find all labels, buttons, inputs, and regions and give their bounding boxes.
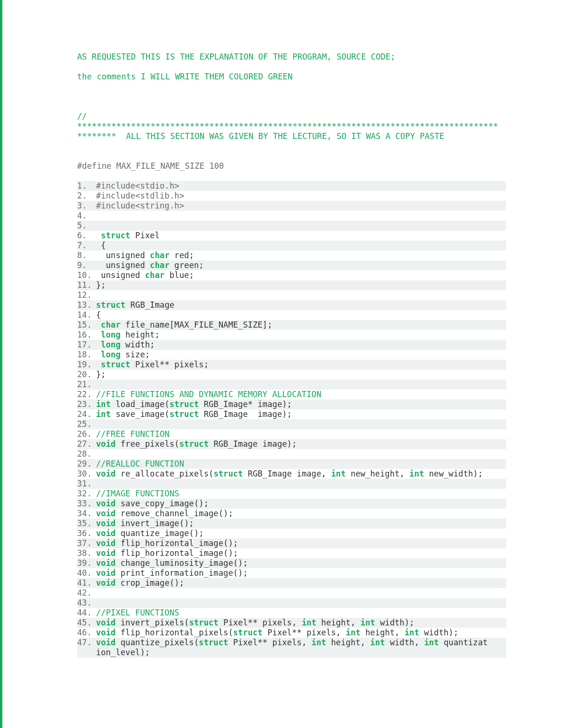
code-content: void crop_image(); [96,578,506,588]
line-number: 37. [77,538,96,548]
code-content [96,211,506,221]
line-number: 44. [77,608,96,618]
code-content: void remove_channel_image(); [96,509,506,519]
code-line-8: 8. unsigned char red; [77,251,506,260]
code-content: unsigned char red; [96,251,506,260]
code-line-11: 11.}; [77,280,506,290]
code-line-46: 46.void flip_horizontal_pixels(struct Pi… [77,628,506,638]
code-content: void flip_horizontal_image(); [96,538,506,548]
code-line-36: 36.void quantize_image(); [77,529,506,538]
code-content: //IMAGE FUNCTIONS [96,489,506,499]
code-line-30: 30.void re_allocate_pixels(struct RGB_Im… [77,469,506,479]
code-line-18: 18. long size; [77,350,506,360]
line-number: 45. [77,618,96,628]
code-line-3: 3. #include<string.h> [77,201,506,211]
line-number: 22. [77,390,96,399]
code-line-45: 45.void invert_pixels(struct Pixel** pix… [77,618,506,628]
code-content [96,598,506,608]
code-content: #include<stdio.h> [96,181,506,191]
code-content: { [96,310,506,320]
code-content: }; [96,280,506,290]
code-line-13: 13.struct RGB_Image [77,300,506,310]
line-number: 29. [77,459,96,469]
code-content: long size; [96,350,506,360]
code-content: unsigned char blue; [96,270,506,280]
code-line-12: 12. [77,290,506,300]
line-number: 17. [77,340,96,350]
line-number: 27. [77,439,96,449]
line-number: 34. [77,509,96,519]
line-number: 33. [77,499,96,509]
code-line-47-continuation: ion_level); [77,648,506,658]
line-number: 7. [77,241,96,251]
code-content: struct RGB_Image [96,300,506,310]
code-line-6: 6. struct Pixel [77,231,506,241]
line-number: 21. [77,380,96,390]
line-number: 25. [77,419,96,429]
code-line-16: 16. long height; [77,330,506,340]
code-line-14: 14.{ [77,310,506,320]
line-number: 28. [77,449,96,459]
line-number: 31. [77,479,96,489]
code-line-26: 26.//FREE FUNCTION [77,429,506,439]
code-content [96,221,506,231]
code-line-10: 10. unsigned char blue; [77,270,506,280]
line-number: 20. [77,370,96,380]
code-line-41: 41.void crop_image(); [77,578,506,588]
code-line-27: 27.void free_pixels(struct RGB_Image ima… [77,439,506,449]
code-line-17: 17. long width; [77,340,506,350]
code-line-32: 32.//IMAGE FUNCTIONS [77,489,506,499]
line-number: 15. [77,320,96,330]
separator-slashes: // [77,112,506,121]
code-line-40: 40.void print_information_image(); [77,568,506,578]
code-content: //PIXEL FUNCTIONS [96,608,506,618]
separator-stars-2: ******** ALL THIS SECTION WAS GIVEN BY T… [77,131,506,141]
line-number: 38. [77,548,96,558]
line-number: 32. [77,489,96,499]
code-content: //REALLOC FUNCTION [96,459,506,469]
line-number: 2. [77,191,96,201]
code-line-34: 34.void remove_channel_image(); [77,509,506,519]
code-content: #include<string.h> [96,201,506,211]
code-line-43: 43. [77,598,506,608]
code-content [96,449,506,459]
line-number: 16. [77,330,96,340]
code-content: void change_luminosity_image(); [96,558,506,568]
line-number: 40. [77,568,96,578]
code-content: char file_name[MAX_FILE_NAME_SIZE]; [96,320,506,330]
code-content [96,588,506,598]
code-line-5: 5. [77,221,506,231]
line-number: 9. [77,260,96,270]
line-number: 23. [77,399,96,409]
code-line-47: 47.void quantize_pixels(struct Pixel** p… [77,638,506,648]
code-content: void flip_horizontal_pixels(struct Pixel… [96,628,506,638]
line-number: 43. [77,598,96,608]
code-content [96,479,506,489]
line-number: 24. [77,409,96,419]
code-content: void print_information_image(); [96,568,506,578]
code-line-35: 35.void invert_image(); [77,519,506,529]
line-number: 19. [77,360,96,370]
code-content: void flip_horizontal_image(); [96,548,506,558]
code-content: unsigned char green; [96,260,506,270]
line-number: 11. [77,280,96,290]
code-content: void quantize_pixels(struct Pixel** pixe… [96,638,506,648]
line-number: 42. [77,588,96,598]
code-line-24: 24.int save_image(struct RGB_Image image… [77,409,506,419]
code-line-22: 22.//FILE FUNCTIONS AND DYNAMIC MEMORY A… [77,390,506,399]
code-line-2: 2. #include<stdlib.h> [77,191,506,201]
code-content: //FILE FUNCTIONS AND DYNAMIC MEMORY ALLO… [96,390,506,399]
code-line-42: 42. [77,588,506,598]
line-number: 12. [77,290,96,300]
separator-stars-1: ****************************************… [77,121,506,131]
code-content: int save_image(struct RGB_Image image); [96,409,506,419]
document-page: AS REQUESTED THIS IS THE EXPLANATION OF … [0,0,563,728]
line-number: 35. [77,519,96,529]
code-line-39: 39.void change_luminosity_image(); [77,558,506,568]
code-line-29: 29.//REALLOC FUNCTION [77,459,506,469]
intro-line-1: AS REQUESTED THIS IS THE EXPLANATION OF … [77,52,506,62]
line-number: 4. [77,211,96,221]
line-number: 8. [77,251,96,260]
code-line-15: 15. char file_name[MAX_FILE_NAME_SIZE]; [77,320,506,330]
code-content: { [96,241,506,251]
